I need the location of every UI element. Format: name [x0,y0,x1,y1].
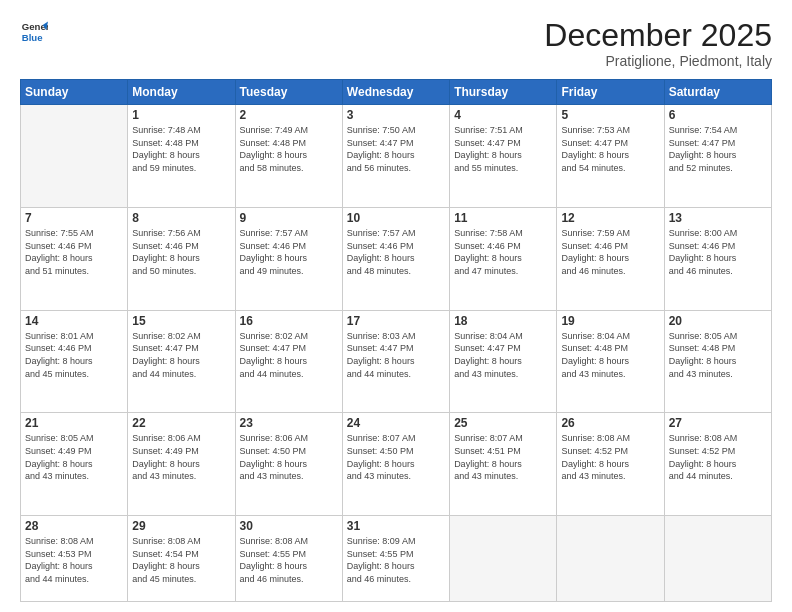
day-info: Sunrise: 8:08 AMSunset: 4:54 PMDaylight:… [132,535,230,585]
day-info: Sunrise: 7:57 AMSunset: 4:46 PMDaylight:… [240,227,338,277]
day-number: 10 [347,211,445,225]
table-row: 4Sunrise: 7:51 AMSunset: 4:47 PMDaylight… [450,105,557,208]
day-info: Sunrise: 7:51 AMSunset: 4:47 PMDaylight:… [454,124,552,174]
table-row: 3Sunrise: 7:50 AMSunset: 4:47 PMDaylight… [342,105,449,208]
day-number: 25 [454,416,552,430]
table-row: 13Sunrise: 8:00 AMSunset: 4:46 PMDayligh… [664,207,771,310]
table-row: 29Sunrise: 8:08 AMSunset: 4:54 PMDayligh… [128,516,235,602]
day-number: 27 [669,416,767,430]
day-number: 28 [25,519,123,533]
day-info: Sunrise: 7:54 AMSunset: 4:47 PMDaylight:… [669,124,767,174]
day-info: Sunrise: 7:59 AMSunset: 4:46 PMDaylight:… [561,227,659,277]
day-number: 2 [240,108,338,122]
logo-icon: General Blue [20,18,48,46]
day-number: 9 [240,211,338,225]
day-info: Sunrise: 8:02 AMSunset: 4:47 PMDaylight:… [240,330,338,380]
table-row: 5Sunrise: 7:53 AMSunset: 4:47 PMDaylight… [557,105,664,208]
table-row: 25Sunrise: 8:07 AMSunset: 4:51 PMDayligh… [450,413,557,516]
calendar-week-row: 1Sunrise: 7:48 AMSunset: 4:48 PMDaylight… [21,105,772,208]
table-row: 16Sunrise: 8:02 AMSunset: 4:47 PMDayligh… [235,310,342,413]
day-info: Sunrise: 7:48 AMSunset: 4:48 PMDaylight:… [132,124,230,174]
calendar-week-row: 21Sunrise: 8:05 AMSunset: 4:49 PMDayligh… [21,413,772,516]
day-number: 16 [240,314,338,328]
day-number: 23 [240,416,338,430]
day-info: Sunrise: 8:06 AMSunset: 4:50 PMDaylight:… [240,432,338,482]
table-row: 28Sunrise: 8:08 AMSunset: 4:53 PMDayligh… [21,516,128,602]
day-number: 1 [132,108,230,122]
table-row: 31Sunrise: 8:09 AMSunset: 4:55 PMDayligh… [342,516,449,602]
header-monday: Monday [128,80,235,105]
day-number: 26 [561,416,659,430]
day-info: Sunrise: 8:08 AMSunset: 4:52 PMDaylight:… [669,432,767,482]
table-row: 20Sunrise: 8:05 AMSunset: 4:48 PMDayligh… [664,310,771,413]
table-row: 19Sunrise: 8:04 AMSunset: 4:48 PMDayligh… [557,310,664,413]
table-row: 23Sunrise: 8:06 AMSunset: 4:50 PMDayligh… [235,413,342,516]
table-row [450,516,557,602]
table-row: 9Sunrise: 7:57 AMSunset: 4:46 PMDaylight… [235,207,342,310]
day-info: Sunrise: 7:50 AMSunset: 4:47 PMDaylight:… [347,124,445,174]
table-row: 30Sunrise: 8:08 AMSunset: 4:55 PMDayligh… [235,516,342,602]
title-block: December 2025 Pratiglione, Piedmont, Ita… [544,18,772,69]
table-row: 26Sunrise: 8:08 AMSunset: 4:52 PMDayligh… [557,413,664,516]
calendar-table: Sunday Monday Tuesday Wednesday Thursday… [20,79,772,602]
day-info: Sunrise: 7:53 AMSunset: 4:47 PMDaylight:… [561,124,659,174]
weekday-header-row: Sunday Monday Tuesday Wednesday Thursday… [21,80,772,105]
day-number: 5 [561,108,659,122]
day-number: 20 [669,314,767,328]
day-info: Sunrise: 7:49 AMSunset: 4:48 PMDaylight:… [240,124,338,174]
day-info: Sunrise: 8:06 AMSunset: 4:49 PMDaylight:… [132,432,230,482]
day-number: 31 [347,519,445,533]
table-row: 27Sunrise: 8:08 AMSunset: 4:52 PMDayligh… [664,413,771,516]
table-row: 11Sunrise: 7:58 AMSunset: 4:46 PMDayligh… [450,207,557,310]
day-info: Sunrise: 8:03 AMSunset: 4:47 PMDaylight:… [347,330,445,380]
header-sunday: Sunday [21,80,128,105]
table-row: 6Sunrise: 7:54 AMSunset: 4:47 PMDaylight… [664,105,771,208]
table-row: 18Sunrise: 8:04 AMSunset: 4:47 PMDayligh… [450,310,557,413]
table-row: 2Sunrise: 7:49 AMSunset: 4:48 PMDaylight… [235,105,342,208]
day-number: 12 [561,211,659,225]
day-info: Sunrise: 7:56 AMSunset: 4:46 PMDaylight:… [132,227,230,277]
location: Pratiglione, Piedmont, Italy [544,53,772,69]
day-number: 30 [240,519,338,533]
day-number: 15 [132,314,230,328]
day-number: 14 [25,314,123,328]
day-number: 19 [561,314,659,328]
day-info: Sunrise: 8:04 AMSunset: 4:47 PMDaylight:… [454,330,552,380]
day-info: Sunrise: 8:01 AMSunset: 4:46 PMDaylight:… [25,330,123,380]
day-info: Sunrise: 8:08 AMSunset: 4:52 PMDaylight:… [561,432,659,482]
day-number: 11 [454,211,552,225]
day-info: Sunrise: 8:04 AMSunset: 4:48 PMDaylight:… [561,330,659,380]
header-thursday: Thursday [450,80,557,105]
day-info: Sunrise: 7:57 AMSunset: 4:46 PMDaylight:… [347,227,445,277]
month-title: December 2025 [544,18,772,53]
table-row: 12Sunrise: 7:59 AMSunset: 4:46 PMDayligh… [557,207,664,310]
day-info: Sunrise: 8:07 AMSunset: 4:51 PMDaylight:… [454,432,552,482]
day-info: Sunrise: 7:55 AMSunset: 4:46 PMDaylight:… [25,227,123,277]
header-tuesday: Tuesday [235,80,342,105]
table-row: 10Sunrise: 7:57 AMSunset: 4:46 PMDayligh… [342,207,449,310]
day-info: Sunrise: 8:00 AMSunset: 4:46 PMDaylight:… [669,227,767,277]
table-row [664,516,771,602]
day-number: 6 [669,108,767,122]
table-row: 15Sunrise: 8:02 AMSunset: 4:47 PMDayligh… [128,310,235,413]
day-number: 21 [25,416,123,430]
table-row: 17Sunrise: 8:03 AMSunset: 4:47 PMDayligh… [342,310,449,413]
table-row: 1Sunrise: 7:48 AMSunset: 4:48 PMDaylight… [128,105,235,208]
calendar-week-row: 28Sunrise: 8:08 AMSunset: 4:53 PMDayligh… [21,516,772,602]
day-number: 8 [132,211,230,225]
day-info: Sunrise: 8:08 AMSunset: 4:55 PMDaylight:… [240,535,338,585]
header-friday: Friday [557,80,664,105]
day-number: 24 [347,416,445,430]
day-number: 29 [132,519,230,533]
header-saturday: Saturday [664,80,771,105]
header-wednesday: Wednesday [342,80,449,105]
day-info: Sunrise: 8:09 AMSunset: 4:55 PMDaylight:… [347,535,445,585]
day-number: 22 [132,416,230,430]
table-row: 22Sunrise: 8:06 AMSunset: 4:49 PMDayligh… [128,413,235,516]
day-info: Sunrise: 8:05 AMSunset: 4:48 PMDaylight:… [669,330,767,380]
table-row [21,105,128,208]
day-info: Sunrise: 7:58 AMSunset: 4:46 PMDaylight:… [454,227,552,277]
table-row [557,516,664,602]
day-number: 7 [25,211,123,225]
table-row: 7Sunrise: 7:55 AMSunset: 4:46 PMDaylight… [21,207,128,310]
